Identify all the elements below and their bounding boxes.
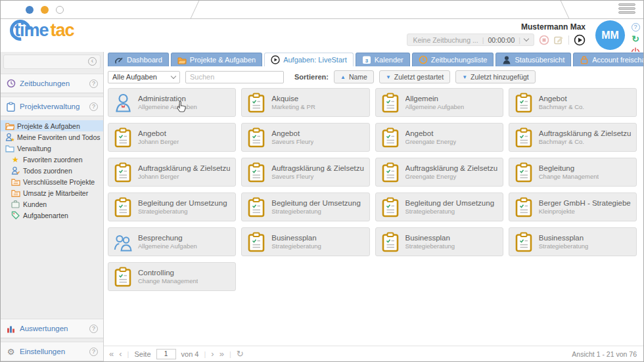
tab-projekte-aufgaben[interactable]: Projekte & Aufgaben [171,53,262,66]
sidebar-item-umsatz-je-mitarbeiter[interactable]: Umsatz je Mitarbeiter [1,187,103,198]
sidebar-collapse-bar[interactable]: ‹ [3,55,101,69]
task-card-angebot[interactable]: AngebotJohann Berger [108,123,236,152]
sidebar-section-einstellungen[interactable]: ⚙Einstellungen? [1,342,103,361]
clipboard-icon [515,162,533,183]
collapse-sidebar-icon[interactable]: ‹ [88,57,97,66]
sort-button-name[interactable]: ▲Name [334,70,374,83]
next-page-button[interactable]: › [211,349,214,359]
sidebar-item-kunden[interactable]: Kunden [1,198,103,210]
tab-aufgaben-livestart[interactable]: Aufgaben: LiveStart [264,53,354,66]
sidebar-item-projekte-aufgaben[interactable]: Projekte & Aufgaben [1,120,103,131]
task-card-auftragsklärung-zielsetzung[interactable]: Auftragsklärung & ZielsetzungJohann Berg… [108,158,236,187]
help-icon[interactable]: ? [89,348,98,356]
refresh-icon[interactable]: ↻ [632,35,639,43]
reload-list-icon[interactable]: ↻ [237,349,244,359]
task-card-akquise[interactable]: AkquiseMarketing & PR [241,88,369,117]
task-card-begleitung-der-umsetzung[interactable]: Begleitung der UmsetzungStrategieberatun… [241,192,369,221]
dashboard-icon [114,56,124,64]
help-icon[interactable]: ? [89,325,98,333]
play-circle-icon [271,55,280,64]
timetac-logo[interactable]: time tac [10,20,74,41]
tab-bar: DashboardProjekte & AufgabenAufgaben: Li… [108,53,643,66]
window-dot-blue[interactable] [26,6,34,14]
sidebar-section-zeitbuchungen[interactable]: Zeitbuchungen? [1,74,103,93]
tag-icon [11,211,20,219]
tab-dashboard[interactable]: Dashboard [108,53,169,66]
task-card-controlling[interactable]: ControllingChange Management [108,262,236,291]
task-subtitle: Strategieberatung [138,208,227,215]
sidebar-item-verschlüsselte-projekte[interactable]: Verschlüsselte Projekte [1,176,103,187]
browser-tab-edge [561,1,570,18]
page-count-label: von 4 [181,350,199,358]
hamburger-menu-icon[interactable] [618,3,635,15]
help-icon[interactable]: ? [89,102,98,111]
task-card-begleitung[interactable]: BegleitungChange Management [509,158,637,187]
task-subtitle: Bachmayr & Co. [539,138,631,146]
task-card-grid: AdministrationAllgemeine AufgabenAkquise… [108,88,637,291]
clipboard-blue-icon [6,102,16,112]
tab-kalender[interactable]: 3Kalender [356,53,410,66]
task-title: Administration [138,94,197,103]
task-card-auftragsklärung-zielsetzung[interactable]: Auftragsklärung & ZielsetzungBachmayr & … [509,123,637,152]
chevron-down-icon[interactable] [524,36,529,41]
clipboard-icon [515,232,533,252]
sidebar-item-favoriten-zuordnen[interactable]: ★Favoriten zuordnen [1,154,103,165]
task-card-angebot[interactable]: AngebotGreengate Energy [375,123,503,152]
first-page-button[interactable]: « [109,349,114,359]
task-title: Controlling [138,268,198,277]
prev-page-button[interactable]: ‹ [119,349,122,359]
task-card-berger-gmbh-strategieberatung[interactable]: Berger GmbH - StrategieberatungKleinproj… [509,192,637,221]
task-card-businessplan[interactable]: BusinessplanStrategieberatung [241,227,369,256]
tab-account-freischalten[interactable]: Account freischalten [573,53,643,66]
last-page-button[interactable]: » [219,349,224,359]
page-number-input[interactable] [156,349,176,359]
tab-zeitbuchungsliste[interactable]: Zeitbuchungsliste [412,53,494,66]
sidebar-item-aufgabenarten[interactable]: Aufgabenarten [1,210,103,221]
task-card-angebot[interactable]: AngebotBachmayr & Co. [509,88,637,117]
sort-asc-icon: ▲ [340,74,346,80]
locked-folder-icon [11,178,20,186]
help-icon[interactable]: ? [89,79,98,88]
sidebar-section-auswertungen[interactable]: Auswertungen? [1,319,103,338]
sort-button-zuletzt-hinzugefügt[interactable]: ▼Zuletzt hinzugefügt [455,70,536,83]
stop-timer-icon[interactable] [539,35,549,45]
avatar[interactable]: MM [595,20,625,50]
sort-button-zuletzt-gestartet[interactable]: ▼Zuletzt gestartet [379,70,450,83]
window-dot-white[interactable] [56,6,64,14]
tab-label: Account freischalten [592,56,643,64]
task-card-administration[interactable]: AdministrationAllgemeine Aufgaben [108,88,236,117]
task-card-businessplan[interactable]: BusinessplanStrategieberatung [509,227,637,256]
task-title: Businessplan [405,233,455,242]
timer-selector[interactable]: Keine Zeitbuchung ... | 00:00:00 | [407,34,534,46]
sort-desc-icon: ▼ [462,74,467,80]
task-card-auftragsklärung-zielsetzung[interactable]: Auftragsklärung & ZielsetzungGreengate E… [375,158,503,187]
start-timer-icon[interactable] [574,34,586,46]
task-title: Berger GmbH - Strategieberatung [539,198,631,208]
task-card-auftragsklärung-zielsetzung[interactable]: Auftragsklärung & ZielsetzungSaveurs Fle… [241,158,369,187]
sidebar-item-meine-favoriten-und-todos[interactable]: ★Meine Favoriten und Todos [1,131,103,143]
task-card-allgemein[interactable]: AllgemeinAllgemeine Aufgaben [375,88,503,117]
help-icon[interactable]: ? [632,23,640,32]
task-card-begleitung-der-umsetzung[interactable]: Begleitung der UmsetzungStrategieberatun… [108,192,236,221]
edit-timer-icon[interactable] [554,35,564,45]
task-title: Auftragsklärung & Zielsetzung [539,129,631,138]
task-subtitle: Change Management [539,173,599,181]
task-card-besprechung[interactable]: BesprechungAllgemeine Aufgaben [108,227,236,256]
task-title: Auftragsklärung & Zielsetzung [138,164,230,173]
tab-statusübersicht[interactable]: Statusübersicht [495,53,571,66]
task-card-begleitung-der-umsetzung[interactable]: Begleitung der UmsetzungStrategieberatun… [375,192,503,221]
clipboard-icon [247,197,265,217]
task-filter-select[interactable]: Alle Aufgaben [108,71,180,83]
sort-label: Sortieren: [294,73,329,81]
clipboard-icon [381,232,400,252]
window-dot-yellow[interactable] [41,6,49,14]
task-card-businessplan[interactable]: BusinessplanStrategieberatung [375,227,503,256]
task-card-angebot[interactable]: AngebotSaveurs Fleury [241,123,369,152]
search-input[interactable] [185,71,284,83]
sidebar-section-projektverwaltung[interactable]: Projektverwaltung? [1,97,103,116]
clipboard-icon [247,162,265,183]
sidebar-item-verwaltung[interactable]: Verwaltung [1,143,103,154]
task-subtitle: Strategieberatung [271,208,361,215]
sidebar-item-todos-zuordnen[interactable]: Todos zuordnen [1,165,103,176]
clipboard-icon [114,127,132,148]
